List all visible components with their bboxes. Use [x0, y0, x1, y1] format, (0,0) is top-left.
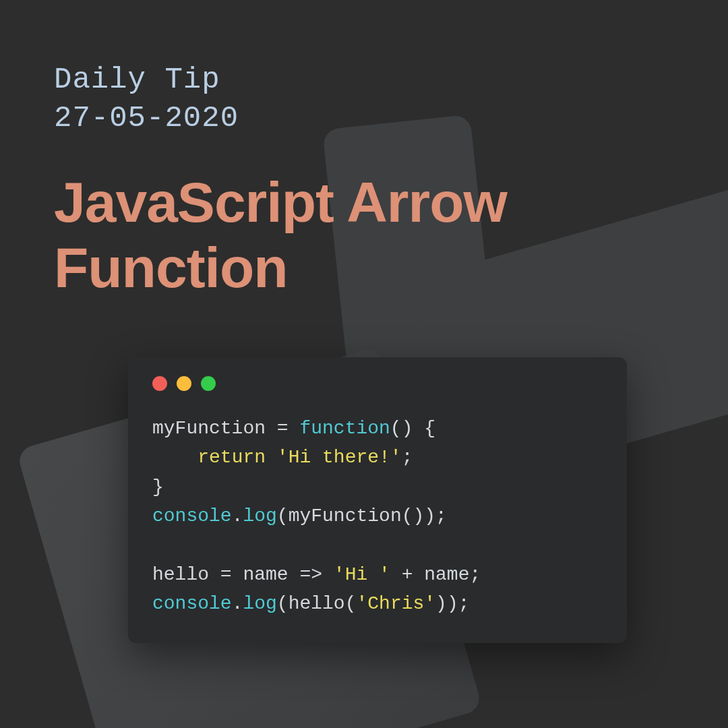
- code-token: console: [152, 506, 232, 526]
- code-blank-line: [152, 535, 164, 556]
- code-token: .: [232, 506, 243, 526]
- code-token: log: [243, 506, 276, 526]
- window-traffic-lights: [152, 376, 603, 391]
- code-token: 'Hi ': [334, 564, 390, 585]
- content-area: Daily Tip 27-05-2020 JavaScript Arrow Fu…: [0, 0, 728, 301]
- code-window: myFunction = function() { return 'Hi the…: [128, 357, 627, 643]
- code-token: 'Chris': [356, 593, 435, 614]
- code-token: myFunction =: [152, 418, 299, 439]
- code-block: myFunction = function() { return 'Hi the…: [152, 414, 603, 619]
- minimize-icon: [177, 376, 191, 391]
- code-token: 'Hi there!': [277, 447, 402, 468]
- page-title: JavaScript Arrow Function: [54, 170, 674, 300]
- code-token: console: [152, 593, 232, 614]
- code-token: ));: [435, 593, 469, 614]
- code-token: (myFunction());: [277, 506, 447, 526]
- daily-tip-date: 27-05-2020: [54, 99, 674, 138]
- code-token: .: [232, 593, 243, 614]
- code-token: function: [299, 418, 390, 439]
- maximize-icon: [201, 376, 216, 391]
- code-token: ;: [402, 447, 413, 468]
- daily-tip-header: Daily Tip 27-05-2020: [54, 61, 674, 138]
- code-token: (hello(: [277, 593, 357, 614]
- code-token: return: [198, 447, 277, 468]
- code-token: + name;: [390, 564, 481, 585]
- code-token: }: [152, 477, 164, 497]
- code-token: () {: [390, 418, 435, 439]
- code-token: hello = name =>: [152, 564, 334, 585]
- code-token: log: [243, 593, 276, 614]
- daily-tip-label: Daily Tip: [54, 61, 674, 99]
- code-indent: [152, 447, 198, 468]
- close-icon: [152, 376, 167, 391]
